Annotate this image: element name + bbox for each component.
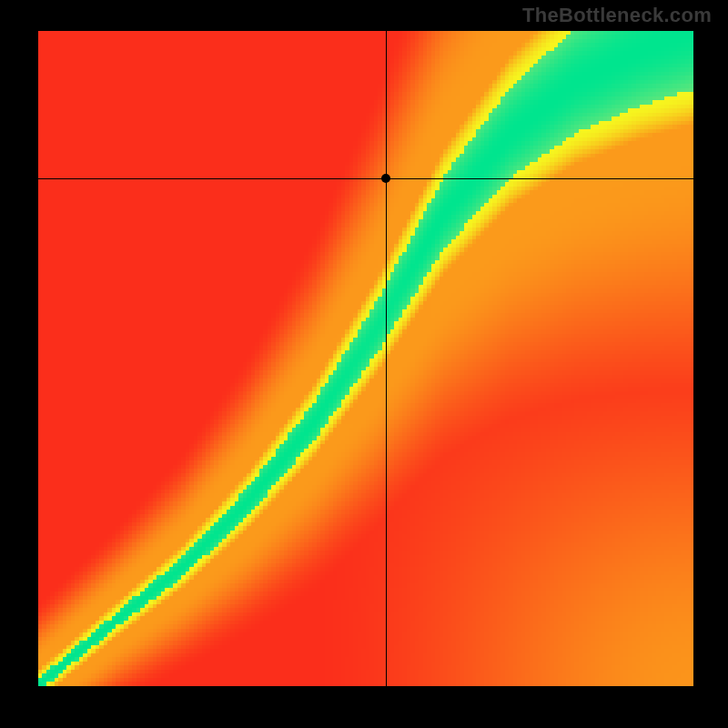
crosshair-vertical bbox=[386, 31, 387, 686]
chart-stage: TheBottleneck.com bbox=[0, 0, 728, 728]
plot-area bbox=[38, 31, 693, 686]
crosshair-horizontal bbox=[38, 178, 693, 179]
watermark-text: TheBottleneck.com bbox=[522, 4, 712, 27]
heatmap-canvas bbox=[38, 31, 693, 686]
selection-marker-dot bbox=[381, 174, 390, 183]
